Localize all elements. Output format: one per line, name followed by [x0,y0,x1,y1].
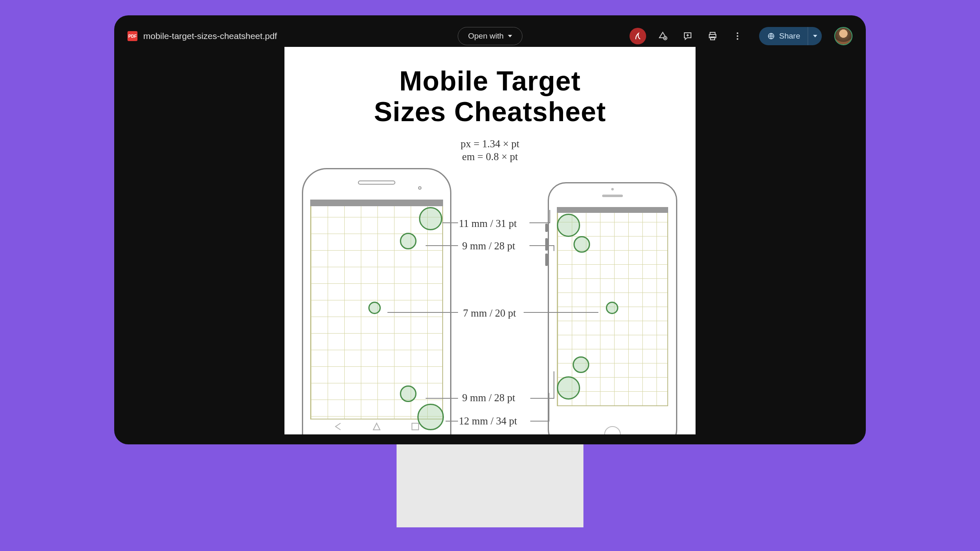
svg-point-5 [737,35,738,37]
open-with-dropdown[interactable]: Open with [458,27,522,45]
share-label: Share [779,32,800,41]
title-line-2: Sizes Cheatsheet [374,96,606,127]
size-label-9mm-b: 9 mm / 28 pt [462,392,515,404]
size-label-9mm: 9 mm / 28 pt [462,240,515,252]
acrobat-icon[interactable] [630,28,646,44]
iphone-outline [548,182,677,434]
size-label-11mm: 11 mm / 31 pt [459,218,517,229]
globe-icon [767,32,775,40]
share-button[interactable]: Share [759,27,808,45]
monitor-frame: PDF mobile-target-sizes-cheatsheet.pdf O… [114,15,866,444]
android-phone-outline [302,168,451,434]
unit-conversion: px = 1.34 × pt em = 0.8 × pt [284,137,696,163]
pdf-viewer-toolbar: PDF mobile-target-sizes-cheatsheet.pdf O… [124,25,856,47]
conversion-line-2: em = 0.8 × pt [284,150,696,163]
print-icon[interactable] [704,28,721,44]
document-filename: mobile-target-sizes-cheatsheet.pdf [143,31,277,41]
open-with-label: Open with [468,32,504,41]
conversion-line-1: px = 1.34 × pt [284,137,696,150]
chevron-down-icon [508,35,512,37]
title-line-1: Mobile Target [399,66,581,96]
document-title: Mobile Target Sizes Cheatsheet [284,66,696,127]
pdf-page: Mobile Target Sizes Cheatsheet px = 1.34… [284,47,696,434]
size-label-12mm: 12 mm / 34 pt [459,415,517,427]
size-label-7mm: 7 mm / 20 pt [463,307,516,319]
diagram-area: 11 mm / 31 pt 9 mm / 28 pt 7 mm / 20 pt … [284,168,696,434]
svg-point-6 [737,38,738,40]
monitor-stand [397,444,583,527]
chevron-down-icon [813,35,817,37]
add-comment-icon[interactable] [679,28,696,44]
more-options-icon[interactable] [729,28,746,44]
document-viewer[interactable]: Mobile Target Sizes Cheatsheet px = 1.34… [124,47,856,434]
profile-avatar[interactable] [834,27,853,45]
add-to-drive-icon[interactable] [654,28,671,44]
svg-rect-8 [412,423,419,430]
share-split-button: Share [759,27,822,45]
share-dropdown-button[interactable] [808,27,822,45]
pdf-file-icon: PDF [127,31,137,41]
svg-point-4 [737,32,738,34]
